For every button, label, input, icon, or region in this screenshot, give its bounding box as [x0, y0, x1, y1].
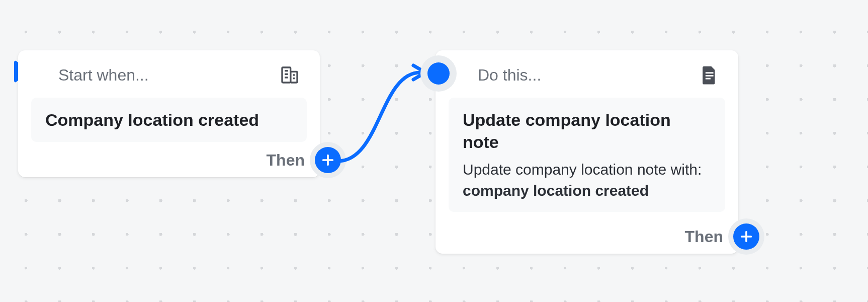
action-body: Update company location note Update comp…: [449, 98, 725, 212]
card-header: Do this...: [449, 61, 725, 89]
document-icon: [700, 65, 718, 85]
card-header: Start when...: [31, 61, 307, 89]
start-header-label: Start when...: [58, 66, 149, 85]
then-label: Then: [267, 151, 305, 170]
start-footer: Then: [267, 142, 346, 178]
svg-rect-8: [706, 75, 714, 77]
action-card[interactable]: Do this... Update company location note …: [436, 50, 738, 254]
svg-rect-1: [291, 71, 297, 83]
start-trigger-card[interactable]: Start when... Company location created T…: [18, 50, 320, 177]
building-icon: [280, 65, 300, 85]
add-step-halo: [728, 218, 764, 255]
action-footer: Then: [685, 218, 764, 255]
action-entry-dot: [427, 62, 450, 85]
svg-rect-7: [706, 72, 714, 73]
start-body-title: Company location created: [45, 109, 293, 131]
then-label: Then: [685, 228, 723, 246]
action-entry-dot-halo: [420, 55, 457, 92]
action-desc-bold: company location created: [463, 182, 649, 199]
add-step-button[interactable]: [315, 147, 341, 173]
action-body-desc: Update company location note with: compa…: [463, 159, 711, 201]
add-step-halo: [310, 142, 346, 178]
action-header-label: Do this...: [478, 66, 541, 85]
action-desc-prefix: Update company location note with:: [463, 161, 702, 178]
start-body: Company location created: [31, 98, 307, 142]
action-body-title: Update company location note: [463, 109, 711, 153]
svg-rect-9: [706, 78, 711, 80]
add-step-button[interactable]: [733, 223, 759, 250]
